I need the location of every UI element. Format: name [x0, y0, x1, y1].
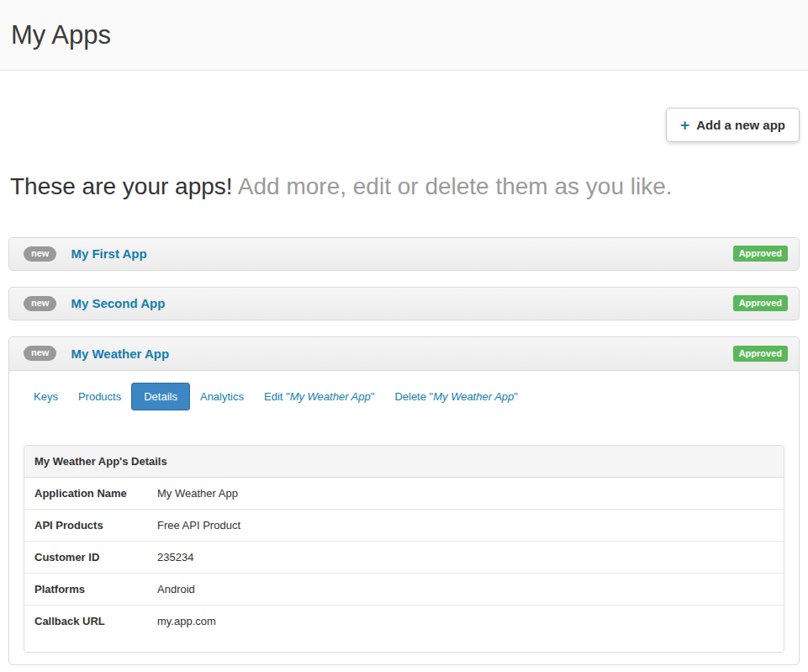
app-list: new My First App Approved new My Second … — [8, 237, 800, 665]
status-badge: Approved — [733, 346, 788, 362]
page-header: My Apps — [0, 0, 808, 71]
intro-heading: These are your apps! Add more, edit or d… — [10, 172, 798, 201]
app-row-my-first-app[interactable]: new My First App Approved — [8, 237, 800, 271]
edit-link-suffix: " — [371, 390, 375, 403]
new-badge: new — [24, 296, 56, 311]
row-value: Free API Product — [147, 510, 251, 541]
row-value: my.app.com — [147, 606, 226, 637]
app-details-table: My Weather App's Details Application Nam… — [24, 445, 784, 653]
toolbar: + Add a new app — [8, 108, 800, 142]
row-value: Android — [147, 574, 205, 605]
row-value: 235234 — [147, 542, 203, 573]
tab-analytics[interactable]: Analytics — [190, 383, 254, 410]
delete-link-prefix: Delete " — [394, 390, 433, 403]
table-row: Platforms Android — [24, 574, 784, 606]
row-label: Callback URL — [24, 606, 147, 637]
row-label: API Products — [24, 510, 147, 541]
intro-heading-gray: Add more, edit or delete them as you lik… — [233, 173, 673, 199]
table-row: Application Name My Weather App — [24, 478, 784, 510]
tab-keys[interactable]: Keys — [24, 383, 68, 410]
app-name-link[interactable]: My Weather App — [71, 347, 732, 361]
app-row-my-second-app[interactable]: new My Second App Approved — [8, 287, 800, 320]
new-badge: new — [24, 346, 56, 361]
app-name-link[interactable]: My Second App — [71, 296, 732, 310]
add-new-app-label: Add a new app — [696, 118, 785, 132]
edit-link-app-name: My Weather App — [290, 390, 371, 403]
tab-products[interactable]: Products — [68, 383, 131, 410]
row-value: My Weather App — [147, 478, 248, 509]
main-content: + Add a new app These are your apps! Add… — [0, 108, 808, 665]
app-detail-panel: Keys Products Details Analytics Edit "My… — [9, 371, 799, 664]
tab-delete-app[interactable]: Delete "My Weather App" — [384, 383, 528, 410]
delete-link-suffix: " — [514, 390, 518, 403]
page-title: My Apps — [11, 20, 111, 50]
app-row-my-weather-app[interactable]: new My Weather App Approved — [9, 337, 799, 371]
add-new-app-button[interactable]: + Add a new app — [666, 108, 800, 142]
tab-details[interactable]: Details — [131, 383, 190, 410]
delete-link-app-name: My Weather App — [433, 390, 514, 403]
table-row: API Products Free API Product — [24, 510, 784, 542]
status-badge: Approved — [733, 246, 788, 262]
tab-edit-app[interactable]: Edit "My Weather App" — [254, 383, 384, 410]
status-badge: Approved — [733, 295, 788, 311]
table-row: Customer ID 235234 — [24, 542, 784, 574]
table-row: Callback URL my.app.com — [24, 606, 784, 637]
details-table-title: My Weather App's Details — [24, 446, 784, 478]
app-card-my-weather-app: new My Weather App Approved Keys Product… — [8, 336, 800, 665]
app-name-link[interactable]: My First App — [71, 246, 732, 261]
plus-icon: + — [680, 119, 689, 131]
new-badge: new — [24, 246, 56, 262]
app-tabs: Keys Products Details Analytics Edit "My… — [24, 383, 784, 410]
row-label: Application Name — [24, 478, 147, 509]
edit-link-prefix: Edit " — [264, 390, 290, 403]
intro-heading-dark: These are your apps! — [10, 173, 233, 199]
row-label: Customer ID — [24, 542, 147, 573]
row-label: Platforms — [24, 574, 147, 605]
